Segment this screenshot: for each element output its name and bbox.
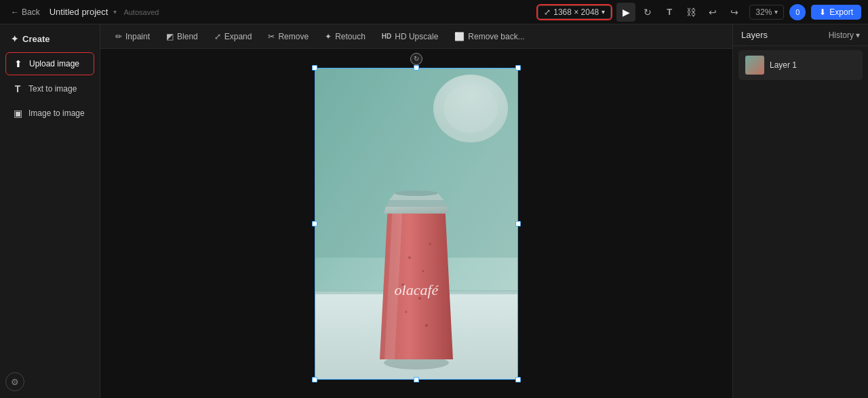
right-panel-header: Layers History ▾ xyxy=(733,24,868,46)
back-label: Back xyxy=(22,7,40,17)
svg-point-7 xyxy=(408,256,411,259)
image-to-image-label: Image to image xyxy=(28,108,85,118)
remove-label: Remove xyxy=(278,32,309,41)
main-layout: ✦ Create ⬆ Upload image T Text to image … xyxy=(0,24,868,398)
svg-point-13 xyxy=(425,324,428,327)
history-label: History xyxy=(829,31,854,40)
inpaint-icon: ✏ xyxy=(115,32,122,41)
left-panel: ✦ Create ⬆ Upload image T Text to image … xyxy=(0,24,100,398)
svg-point-8 xyxy=(422,270,425,272)
zoom-value: 32% xyxy=(755,7,772,17)
handle-bottom-middle[interactable] xyxy=(414,377,419,382)
text-icon: T xyxy=(12,83,23,94)
back-button[interactable]: ← Back xyxy=(7,5,44,19)
svg-point-3 xyxy=(443,84,498,133)
canvas-workspace[interactable]: ↻ xyxy=(100,49,732,398)
rotate-handle[interactable]: ↻ xyxy=(410,53,422,65)
export-icon: ⬇ xyxy=(819,7,826,17)
plus-icon: ✦ xyxy=(11,34,18,44)
top-bar: ← Back Untitled project ▾ Autosaved ⤢ 13… xyxy=(0,0,868,24)
svg-point-10 xyxy=(429,243,431,245)
retouch-icon: ✦ xyxy=(325,32,332,41)
sidebar-item-upload-image[interactable]: ⬆ Upload image xyxy=(5,52,94,75)
retouch-tool[interactable]: ✦ Retouch xyxy=(318,29,372,44)
chevron-down-icon: ▾ xyxy=(774,8,778,16)
resize-icon: ⤢ xyxy=(544,7,551,17)
layer-item[interactable]: Layer 1 xyxy=(738,50,863,80)
create-header: ✦ Create xyxy=(5,31,94,49)
dimension-value: 1368 × 2048 xyxy=(553,7,599,17)
text-to-image-label: Text to image xyxy=(28,84,77,94)
inpaint-label: Inpaint xyxy=(125,32,150,41)
project-name[interactable]: Untitled project xyxy=(50,7,108,17)
remove-tool[interactable]: ✂ Remove xyxy=(261,29,315,44)
chevron-down-icon: ▾ xyxy=(601,8,605,16)
handle-middle-left[interactable] xyxy=(312,221,317,226)
upload-image-label: Upload image xyxy=(29,59,79,68)
expand-tool[interactable]: ⤢ Expand xyxy=(208,29,259,44)
remove-icon: ✂ xyxy=(268,32,275,41)
layer-thumbnail xyxy=(745,56,764,75)
history-button[interactable]: History ▾ xyxy=(829,31,860,40)
zoom-display[interactable]: 32% ▾ xyxy=(749,5,784,20)
remove-back-tool[interactable]: ⬜ Remove back... xyxy=(448,29,531,44)
redo-button[interactable]: ↪ xyxy=(725,3,744,22)
blend-icon: ◩ xyxy=(166,32,174,41)
chevron-down-icon: ▾ xyxy=(856,31,860,40)
canvas-image: olacafé xyxy=(315,68,518,380)
handle-middle-right[interactable] xyxy=(515,221,521,226)
canvas-area: ✏ Inpaint ◩ Blend ⤢ Expand ✂ Remove ✦ Re… xyxy=(100,24,732,398)
export-button[interactable]: ⬇ Export xyxy=(811,5,861,20)
hd-upscale-tool[interactable]: HD HD Upscale xyxy=(375,29,445,44)
handle-top-left[interactable] xyxy=(312,65,317,71)
layers-title: Layers xyxy=(741,30,768,40)
handle-top-middle[interactable] xyxy=(414,65,419,71)
inpaint-tool[interactable]: ✏ Inpaint xyxy=(108,29,157,44)
sidebar-item-text-to-image[interactable]: T Text to image xyxy=(5,78,94,100)
svg-text:olacafé: olacafé xyxy=(395,281,439,298)
handle-bottom-right[interactable] xyxy=(515,377,521,382)
link-button[interactable]: ⛓ xyxy=(682,3,701,22)
text-tool-button[interactable]: T xyxy=(660,3,679,22)
undo-button[interactable]: ↩ xyxy=(703,3,722,22)
refresh-button[interactable]: ↻ xyxy=(638,3,657,22)
left-panel-bottom: ⚙ xyxy=(5,372,94,391)
chevron-down-icon: ▾ xyxy=(113,8,117,16)
expand-label: Expand xyxy=(224,32,252,41)
layer-name: Layer 1 xyxy=(770,60,797,70)
back-arrow-icon: ← xyxy=(11,7,19,17)
tools-bar: ✏ Inpaint ◩ Blend ⤢ Expand ✂ Remove ✦ Re… xyxy=(100,24,732,49)
upload-icon: ⬆ xyxy=(13,58,24,69)
svg-point-12 xyxy=(406,311,408,313)
svg-point-15 xyxy=(395,191,438,196)
canvas-container[interactable]: ↻ xyxy=(315,68,518,380)
handle-bottom-left[interactable] xyxy=(312,377,317,382)
smoothie-illustration: olacafé xyxy=(315,68,518,380)
dimension-selector[interactable]: ⤢ 1368 × 2048 ▾ xyxy=(538,5,611,19)
retouch-label: Retouch xyxy=(335,32,366,41)
hd-icon: HD xyxy=(382,33,391,40)
create-label: Create xyxy=(22,34,50,44)
export-label: Export xyxy=(829,7,853,17)
hd-upscale-label: HD Upscale xyxy=(395,32,438,41)
globe-value: 0 xyxy=(795,8,800,16)
blend-label: Blend xyxy=(177,32,198,41)
user-icon[interactable]: 0 xyxy=(789,4,806,20)
remove-back-label: Remove back... xyxy=(468,32,524,41)
blend-tool[interactable]: ◩ Blend xyxy=(159,29,205,44)
play-button[interactable]: ▶ xyxy=(616,3,635,22)
autosaved-label: Autosaved xyxy=(123,8,159,16)
right-panel: Layers History ▾ Layer 1 xyxy=(732,24,868,398)
handle-top-right[interactable] xyxy=(515,65,521,71)
toolbar-actions: ▶ ↻ T ⛓ ↩ ↪ xyxy=(616,3,744,22)
expand-icon: ⤢ xyxy=(214,32,221,41)
sidebar-item-image-to-image[interactable]: ▣ Image to image xyxy=(5,102,94,124)
settings-button[interactable]: ⚙ xyxy=(5,372,24,391)
image-icon: ▣ xyxy=(12,108,23,119)
remove-back-icon: ⬜ xyxy=(454,32,465,41)
